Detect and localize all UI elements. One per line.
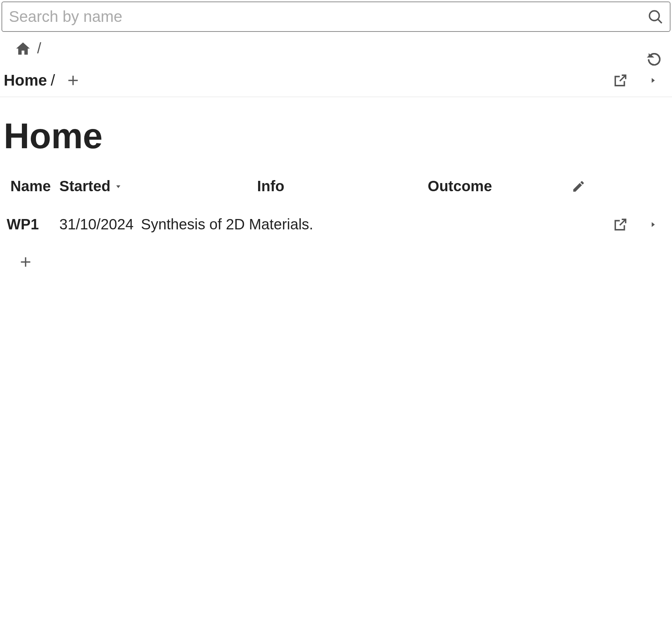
expand-right-icon[interactable] [649, 220, 657, 229]
row-started: 31/10/2024 [59, 216, 141, 233]
expand-right-icon[interactable] [649, 76, 657, 84]
breadcrumb-separator: / [37, 40, 41, 57]
edit-columns-icon[interactable] [571, 179, 586, 193]
refresh-icon[interactable] [647, 52, 662, 67]
content-table: Name Started Info Outcome WP1 31/10/2024… [0, 171, 672, 271]
column-started-label: Started [59, 178, 111, 195]
open-external-icon[interactable] [613, 217, 628, 232]
path-home-label[interactable]: Home [4, 72, 47, 89]
svg-point-0 [649, 11, 659, 20]
search-bar [1, 1, 671, 32]
page-title: Home [0, 97, 672, 171]
sort-desc-icon [114, 182, 122, 190]
row-info: Synthesis of 2D Materials. [141, 216, 313, 233]
breadcrumb: / [0, 33, 672, 57]
add-row-icon[interactable] [19, 255, 33, 269]
row-name: WP1 [4, 216, 59, 233]
add-icon[interactable] [66, 73, 80, 87]
open-external-icon[interactable] [613, 73, 628, 88]
svg-line-1 [658, 19, 662, 23]
column-started[interactable]: Started [59, 178, 178, 195]
search-input[interactable] [9, 8, 648, 26]
column-info[interactable]: Info [178, 178, 363, 195]
home-icon[interactable] [15, 40, 31, 57]
svg-line-5 [620, 219, 626, 225]
path-separator: / [51, 72, 55, 89]
svg-line-4 [620, 75, 626, 81]
column-outcome[interactable]: Outcome [363, 178, 556, 195]
table-header: Name Started Info Outcome [4, 171, 668, 201]
path-row: Home/ [0, 57, 672, 97]
table-row[interactable]: WP1 31/10/2024 Synthesis of 2D Materials… [4, 201, 668, 240]
search-icon[interactable] [648, 9, 663, 24]
column-name[interactable]: Name [4, 178, 59, 195]
